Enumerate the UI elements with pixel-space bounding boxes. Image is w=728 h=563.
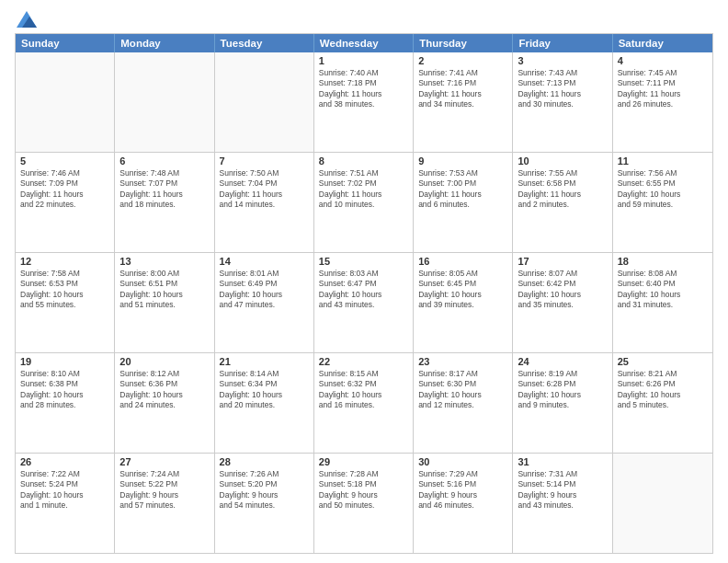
day-number: 4	[618, 55, 708, 66]
calendar-cell: 23Sunrise: 8:17 AM Sunset: 6:30 PM Dayli…	[414, 353, 513, 453]
header-day-thursday: Thursday	[414, 34, 513, 52]
logo	[15, 11, 37, 28]
cell-info: Sunrise: 7:29 AM Sunset: 5:16 PM Dayligh…	[418, 469, 507, 511]
cell-info: Sunrise: 7:43 AM Sunset: 7:13 PM Dayligh…	[518, 68, 607, 110]
calendar-cell: 31Sunrise: 7:31 AM Sunset: 5:14 PM Dayli…	[513, 454, 612, 553]
day-number: 20	[119, 356, 209, 367]
calendar-cell: 1Sunrise: 7:40 AM Sunset: 7:18 PM Daylig…	[314, 52, 414, 152]
header-day-sunday: Sunday	[16, 34, 115, 52]
calendar: SundayMondayTuesdayWednesdayThursdayFrid…	[15, 33, 713, 554]
calendar-cell: 8Sunrise: 7:51 AM Sunset: 7:02 PM Daylig…	[314, 153, 414, 252]
calendar-row-1: 5Sunrise: 7:46 AM Sunset: 7:09 PM Daylig…	[16, 152, 712, 252]
calendar-cell: 14Sunrise: 8:01 AM Sunset: 6:49 PM Dayli…	[215, 253, 314, 352]
cell-info: Sunrise: 7:51 AM Sunset: 7:02 PM Dayligh…	[319, 168, 408, 211]
cell-info: Sunrise: 7:41 AM Sunset: 7:16 PM Dayligh…	[418, 68, 507, 110]
day-number: 2	[418, 55, 507, 66]
day-number: 11	[618, 155, 708, 167]
calendar-cell	[16, 52, 115, 152]
calendar-cell	[115, 52, 214, 152]
calendar-cell: 19Sunrise: 8:10 AM Sunset: 6:38 PM Dayli…	[16, 353, 115, 453]
cell-info: Sunrise: 7:31 AM Sunset: 5:14 PM Dayligh…	[518, 469, 607, 511]
day-number: 24	[518, 356, 607, 367]
calendar-cell: 25Sunrise: 8:21 AM Sunset: 6:26 PM Dayli…	[613, 353, 712, 453]
day-number: 10	[518, 155, 607, 167]
cell-info: Sunrise: 8:15 AM Sunset: 6:32 PM Dayligh…	[319, 369, 408, 411]
calendar-cell: 28Sunrise: 7:26 AM Sunset: 5:20 PM Dayli…	[215, 454, 314, 553]
header	[15, 11, 713, 28]
cell-info: Sunrise: 7:22 AM Sunset: 5:24 PM Dayligh…	[20, 469, 109, 511]
calendar-cell: 30Sunrise: 7:29 AM Sunset: 5:16 PM Dayli…	[414, 454, 513, 553]
cell-info: Sunrise: 8:21 AM Sunset: 6:26 PM Dayligh…	[618, 369, 708, 411]
calendar-row-2: 12Sunrise: 7:58 AM Sunset: 6:53 PM Dayli…	[16, 252, 712, 352]
day-number: 22	[319, 356, 408, 367]
calendar-cell: 17Sunrise: 8:07 AM Sunset: 6:42 PM Dayli…	[513, 253, 612, 352]
day-number: 1	[319, 55, 408, 66]
calendar-cell: 5Sunrise: 7:46 AM Sunset: 7:09 PM Daylig…	[16, 153, 115, 252]
header-day-saturday: Saturday	[613, 34, 712, 52]
day-number: 29	[319, 456, 408, 467]
day-number: 28	[220, 456, 309, 467]
day-number: 26	[20, 456, 109, 467]
cell-info: Sunrise: 8:19 AM Sunset: 6:28 PM Dayligh…	[518, 369, 607, 411]
header-day-tuesday: Tuesday	[215, 34, 314, 52]
calendar-cell: 24Sunrise: 8:19 AM Sunset: 6:28 PM Dayli…	[513, 353, 612, 453]
cell-info: Sunrise: 8:05 AM Sunset: 6:45 PM Dayligh…	[418, 269, 507, 311]
cell-info: Sunrise: 7:58 AM Sunset: 6:53 PM Dayligh…	[20, 269, 109, 311]
day-number: 16	[418, 256, 507, 267]
calendar-cell	[215, 52, 314, 152]
cell-info: Sunrise: 7:26 AM Sunset: 5:20 PM Dayligh…	[220, 469, 309, 511]
cell-info: Sunrise: 8:03 AM Sunset: 6:47 PM Dayligh…	[319, 269, 408, 311]
calendar-header: SundayMondayTuesdayWednesdayThursdayFrid…	[16, 34, 712, 52]
cell-info: Sunrise: 7:56 AM Sunset: 6:55 PM Dayligh…	[618, 168, 708, 211]
calendar-cell: 29Sunrise: 7:28 AM Sunset: 5:18 PM Dayli…	[314, 454, 414, 553]
day-number: 3	[518, 55, 607, 66]
day-number: 14	[220, 256, 309, 267]
calendar-cell: 27Sunrise: 7:24 AM Sunset: 5:22 PM Dayli…	[115, 454, 214, 553]
calendar-cell: 16Sunrise: 8:05 AM Sunset: 6:45 PM Dayli…	[414, 253, 513, 352]
day-number: 13	[119, 256, 209, 267]
header-day-wednesday: Wednesday	[314, 34, 414, 52]
calendar-cell: 26Sunrise: 7:22 AM Sunset: 5:24 PM Dayli…	[16, 454, 115, 553]
calendar-cell: 10Sunrise: 7:55 AM Sunset: 6:58 PM Dayli…	[513, 153, 612, 252]
header-day-friday: Friday	[513, 34, 612, 52]
day-number: 18	[618, 256, 708, 267]
calendar-row-0: 1Sunrise: 7:40 AM Sunset: 7:18 PM Daylig…	[16, 52, 712, 152]
day-number: 19	[20, 356, 109, 367]
calendar-row-4: 26Sunrise: 7:22 AM Sunset: 5:24 PM Dayli…	[16, 453, 712, 553]
cell-info: Sunrise: 7:40 AM Sunset: 7:18 PM Dayligh…	[319, 68, 408, 110]
day-number: 12	[20, 256, 109, 267]
day-number: 5	[20, 155, 109, 167]
day-number: 25	[618, 356, 708, 367]
cell-info: Sunrise: 8:07 AM Sunset: 6:42 PM Dayligh…	[518, 269, 607, 311]
cell-info: Sunrise: 8:01 AM Sunset: 6:49 PM Dayligh…	[220, 269, 309, 311]
day-number: 6	[119, 155, 209, 167]
cell-info: Sunrise: 7:50 AM Sunset: 7:04 PM Dayligh…	[220, 168, 309, 211]
cell-info: Sunrise: 7:48 AM Sunset: 7:07 PM Dayligh…	[119, 168, 209, 211]
day-number: 15	[319, 256, 408, 267]
day-number: 23	[418, 356, 507, 367]
day-number: 27	[119, 456, 209, 467]
header-day-monday: Monday	[115, 34, 214, 52]
day-number: 21	[220, 356, 309, 367]
day-number: 8	[319, 155, 408, 167]
calendar-cell	[613, 454, 712, 553]
page: SundayMondayTuesdayWednesdayThursdayFrid…	[0, 0, 728, 563]
calendar-cell: 4Sunrise: 7:45 AM Sunset: 7:11 PM Daylig…	[613, 52, 712, 152]
calendar-cell: 11Sunrise: 7:56 AM Sunset: 6:55 PM Dayli…	[613, 153, 712, 252]
cell-info: Sunrise: 8:08 AM Sunset: 6:40 PM Dayligh…	[618, 269, 708, 311]
calendar-cell: 9Sunrise: 7:53 AM Sunset: 7:00 PM Daylig…	[414, 153, 513, 252]
cell-info: Sunrise: 8:14 AM Sunset: 6:34 PM Dayligh…	[220, 369, 309, 411]
calendar-cell: 15Sunrise: 8:03 AM Sunset: 6:47 PM Dayli…	[314, 253, 414, 352]
cell-info: Sunrise: 8:10 AM Sunset: 6:38 PM Dayligh…	[20, 369, 109, 411]
calendar-cell: 6Sunrise: 7:48 AM Sunset: 7:07 PM Daylig…	[115, 153, 214, 252]
calendar-cell: 3Sunrise: 7:43 AM Sunset: 7:13 PM Daylig…	[513, 52, 612, 152]
calendar-cell: 18Sunrise: 8:08 AM Sunset: 6:40 PM Dayli…	[613, 253, 712, 352]
calendar-cell: 2Sunrise: 7:41 AM Sunset: 7:16 PM Daylig…	[414, 52, 513, 152]
logo-icon	[17, 11, 37, 28]
calendar-cell: 12Sunrise: 7:58 AM Sunset: 6:53 PM Dayli…	[16, 253, 115, 352]
cell-info: Sunrise: 7:53 AM Sunset: 7:00 PM Dayligh…	[418, 168, 507, 211]
calendar-cell: 20Sunrise: 8:12 AM Sunset: 6:36 PM Dayli…	[115, 353, 214, 453]
day-number: 30	[418, 456, 507, 467]
calendar-cell: 21Sunrise: 8:14 AM Sunset: 6:34 PM Dayli…	[215, 353, 314, 453]
calendar-cell: 22Sunrise: 8:15 AM Sunset: 6:32 PM Dayli…	[314, 353, 414, 453]
